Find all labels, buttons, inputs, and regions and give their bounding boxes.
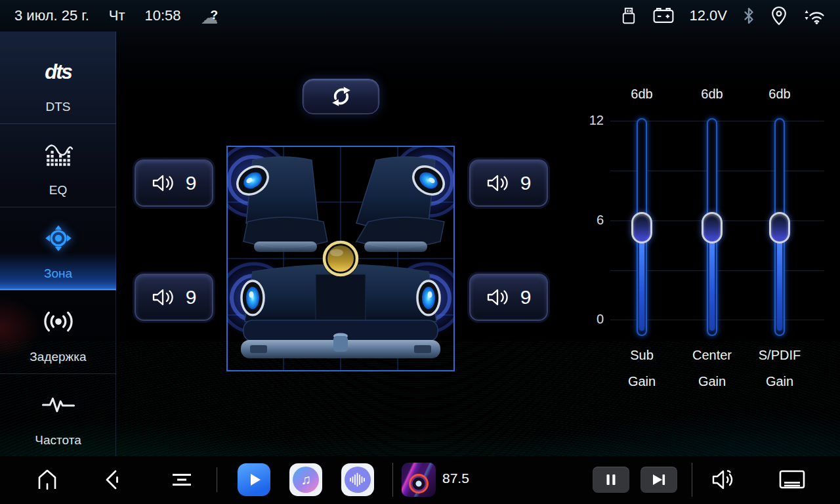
radio-album-art[interactable] — [402, 463, 436, 497]
slider-handle[interactable] — [631, 212, 652, 243]
head-unit-screen: 3 июл. 25 г. Чт 10:58 ☁ ? — [0, 0, 840, 504]
slider-handle[interactable] — [769, 212, 790, 243]
slider-unit: Gain — [679, 374, 745, 389]
zone-volume-value: 9 — [520, 286, 532, 308]
gain-tick-12: 12 — [568, 113, 604, 128]
speaker-icon — [486, 288, 510, 306]
video-player-app-button[interactable] — [238, 463, 270, 496]
bluetooth-icon — [742, 6, 756, 26]
home-button[interactable] — [31, 463, 64, 496]
play-icon — [245, 471, 262, 488]
pause-icon — [604, 472, 618, 487]
weather-unknown-icon: ☁ ? — [201, 6, 227, 26]
equalizer-icon — [43, 141, 74, 169]
skip-next-icon — [650, 472, 667, 487]
slider-unit: Gain — [747, 374, 812, 389]
status-day: Чт — [109, 7, 125, 24]
car-seats-zone-map[interactable] — [226, 146, 455, 371]
back-button[interactable] — [96, 463, 129, 496]
sidebar-label-delay: Задержка — [0, 350, 116, 364]
back-icon — [100, 467, 126, 493]
sidebar-item-eq[interactable]: EQ — [0, 124, 116, 207]
slider-fill — [777, 240, 782, 331]
slider-name: Center — [679, 348, 745, 363]
sidebar-label-dts: DTS — [0, 100, 116, 114]
menu-button[interactable] — [165, 463, 198, 496]
sidebar-label-zone: Зона — [0, 266, 116, 281]
music-app-circle: ♫ — [293, 467, 319, 493]
sidebar-item-dts[interactable]: dts DTS — [0, 32, 116, 124]
speaker-icon — [152, 174, 175, 192]
sidebar: dts DTS EQ — [0, 32, 116, 456]
gain-slider-spdif[interactable]: 6db S/PDIF Gain — [753, 85, 806, 407]
waveform-icon — [348, 472, 367, 488]
sidebar-item-delay[interactable]: Задержка — [0, 291, 116, 374]
slider-fill — [709, 240, 715, 331]
sidebar-item-zone[interactable]: Зона — [0, 207, 116, 291]
usb-icon — [620, 6, 637, 26]
next-track-button[interactable] — [640, 467, 677, 493]
voice-assistant-app-button[interactable] — [341, 463, 374, 496]
album-art-speaker — [409, 474, 429, 494]
nav-divider — [692, 463, 692, 497]
zone-dpad-icon — [42, 222, 75, 255]
dts-logo: dts — [45, 60, 72, 84]
nav-divider — [392, 463, 393, 497]
gain-value-label: 6db — [616, 87, 668, 102]
zone-volume-front-right[interactable]: 9 — [469, 159, 548, 207]
zone-volume-value: 9 — [186, 286, 197, 308]
status-left-group: 3 июл. 25 г. Чт 10:58 ☁ ? — [14, 6, 227, 26]
location-icon — [770, 5, 788, 26]
car-battery-icon — [652, 7, 675, 25]
radio-frequency: 87.5 — [442, 471, 469, 486]
sidebar-label-frequency: Частота — [0, 433, 116, 448]
slider-name: Sub — [609, 348, 675, 363]
zone-volume-value: 9 — [186, 172, 197, 194]
menu-lines-icon — [169, 467, 195, 493]
zone-volume-value: 9 — [520, 172, 532, 194]
gain-tick-6: 6 — [568, 213, 604, 228]
battery-voltage: 12.0V — [690, 7, 728, 24]
car-seats-illustration — [226, 146, 455, 371]
sidebar-label-eq: EQ — [0, 183, 116, 198]
frequency-pulse-icon — [41, 395, 75, 415]
music-note-icon: ♫ — [301, 472, 311, 488]
delay-signal-icon — [41, 307, 75, 336]
status-time: 10:58 — [145, 7, 181, 24]
slider-fill — [639, 240, 644, 331]
gain-slider-sub[interactable]: 6db Sub Gain — [616, 85, 668, 407]
volume-button[interactable] — [709, 465, 742, 494]
zone-volume-rear-right[interactable]: 9 — [469, 274, 548, 321]
wifi-icon — [802, 7, 826, 25]
weather-question-mark: ? — [211, 8, 219, 22]
display-button[interactable] — [776, 467, 808, 493]
refresh-icon — [327, 82, 356, 111]
zone-volume-front-left[interactable]: 9 — [135, 159, 213, 207]
slider-name: S/PDIF — [747, 348, 812, 363]
nav-divider — [217, 467, 217, 492]
slider-handle[interactable] — [702, 212, 723, 243]
zone-reset-button[interactable] — [303, 79, 379, 114]
status-bar: 3 июл. 25 г. Чт 10:58 ☁ ? — [0, 0, 840, 32]
bottom-nav-bar: ♫ 87.5 — [0, 456, 840, 504]
home-icon — [34, 467, 60, 493]
music-app-button[interactable]: ♫ — [289, 463, 322, 496]
speaker-waves-icon — [710, 468, 740, 492]
gain-value-label: 6db — [753, 87, 806, 102]
gain-tick-0: 0 — [568, 312, 604, 327]
status-date: 3 июл. 25 г. — [14, 7, 89, 24]
speaker-icon — [486, 174, 510, 192]
pause-button[interactable] — [593, 467, 629, 493]
slider-unit: Gain — [609, 374, 675, 389]
voice-app-circle — [345, 467, 371, 493]
speaker-icon — [152, 288, 175, 306]
zone-volume-rear-left[interactable]: 9 — [135, 274, 213, 321]
gain-slider-center[interactable]: 6db Center Gain — [686, 85, 738, 407]
status-right-group: 12.0V — [620, 5, 826, 26]
gain-value-label: 6db — [686, 87, 738, 102]
display-icon — [777, 468, 807, 492]
sidebar-item-frequency[interactable]: Частота — [0, 374, 116, 457]
